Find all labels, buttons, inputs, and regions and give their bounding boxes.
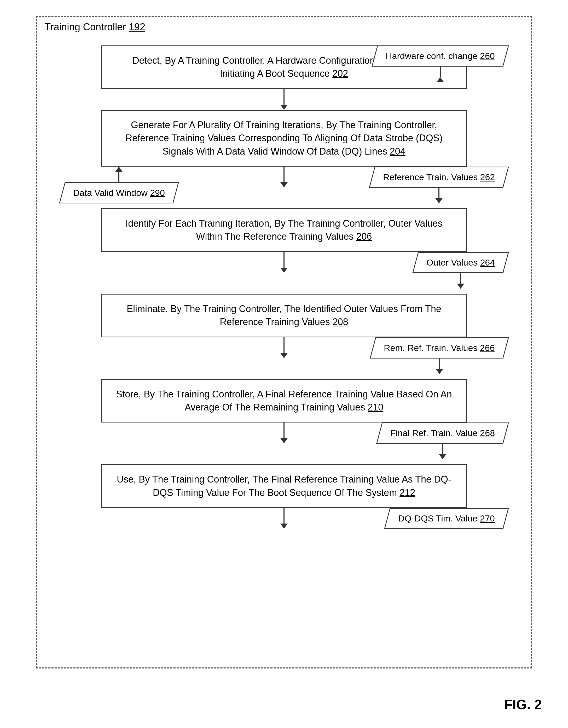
diagram-container: Training Controller 192 Detect, By A Tra… [36, 16, 532, 668]
process-box-208: Eliminate. By The Training Controller, T… [101, 294, 467, 337]
flowchart: Detect, By A Training Controller, A Hard… [52, 45, 516, 550]
parallelogram-268: Final Ref. Train. Value 268 [376, 422, 509, 444]
controller-label: Training Controller 192 [45, 21, 145, 33]
page: Training Controller 192 Detect, By A Tra… [0, 0, 568, 728]
process-box-204: Generate For A Plurality Of Training Ite… [101, 110, 467, 167]
process-box-212: Use, By The Training Controller, The Fin… [101, 464, 467, 508]
parallelogram-270: DQ-DQS Tim. Value 270 [384, 508, 509, 529]
parallelogram-266: Rem. Ref. Train. Values 266 [370, 337, 509, 359]
parallelogram-260: Hardware conf. change 260 [372, 45, 509, 67]
process-box-206: Identify For Each Training Iteration, By… [101, 208, 467, 252]
parallelogram-264: Outer Values 264 [412, 252, 509, 273]
fig-label: FIG. 2 [504, 697, 542, 712]
parallelogram-290: Data Valid Window 290 [59, 182, 179, 203]
process-box-210: Store, By The Training Controller, A Fin… [101, 379, 467, 423]
parallelogram-262: Reference Train. Values 262 [369, 167, 509, 188]
